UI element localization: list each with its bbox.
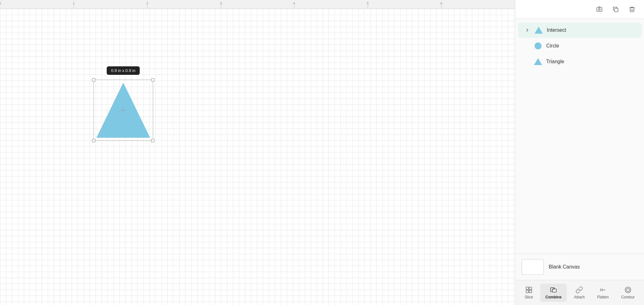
layer-circle[interactable]: Circle [518,38,641,53]
combine-label: Combine [545,295,561,299]
ruler-mark-0: 0 [0,2,1,5]
slice-label: Slice [525,295,533,299]
canvas-area[interactable]: 0 1 2 3 4 5 6 0.9 in x 0.9 in [0,0,515,305]
canvas-grid[interactable]: 0.9 in x 0.9 in [0,9,515,305]
handle-bottom-right[interactable] [151,139,154,142]
layer-intersect[interactable]: Intersect [518,23,641,38]
triangle-icon [534,57,542,66]
selected-shape[interactable]: 0.9 in x 0.9 in [93,80,153,141]
circle-icon [534,42,542,50]
selection-box [93,80,153,141]
ruler-mark-2: 2 [147,2,148,5]
svg-rect-7 [526,287,529,290]
slice-tool[interactable]: Slice [520,284,538,302]
attach-tool[interactable]: Attach [569,284,590,302]
svg-rect-3 [614,8,618,12]
svg-marker-6 [534,58,542,65]
contour-label: Contour [621,295,635,299]
ruler-mark-4: 4 [293,2,295,5]
handle-bottom-left[interactable] [92,139,95,142]
combine-tool[interactable]: Combine [540,284,566,302]
svg-point-5 [535,42,541,49]
blank-canvas-label: Blank Canvas [549,264,580,270]
handle-top-right[interactable] [151,78,154,81]
circle-label: Circle [546,43,559,49]
layer-triangle[interactable]: Triangle [518,54,641,69]
contour-tool[interactable]: Contour [616,284,640,302]
screenshot-button[interactable] [594,4,605,15]
svg-rect-10 [529,290,532,293]
duplicate-button[interactable] [610,4,621,15]
flatten-tool[interactable]: Flatten [592,284,614,302]
svg-rect-1 [597,7,602,11]
intersect-label: Intersect [547,27,566,33]
svg-point-13 [625,287,631,293]
svg-rect-8 [529,287,532,290]
ruler-mark-6: 6 [441,2,442,5]
svg-marker-4 [535,27,543,34]
handle-top-left[interactable] [92,78,95,81]
blank-canvas-preview [522,259,544,275]
svg-point-14 [626,288,630,291]
svg-rect-9 [526,290,529,293]
layers-panel[interactable]: Intersect Circle Triangle [515,19,644,254]
flatten-label: Flatten [597,295,609,299]
intersect-triangle-icon [534,26,543,35]
ruler-mark-1: 1 [73,2,75,5]
bottom-toolbar: Slice Combine Attach Flatten [515,280,644,305]
dimension-tooltip: 0.9 in x 0.9 in [107,66,140,75]
right-panel: Intersect Circle Triangle Blank Canvas [515,0,644,305]
expand-icon[interactable] [524,27,530,33]
ruler-top: 0 1 2 3 4 5 6 [0,0,515,9]
triangle-label: Triangle [546,59,564,64]
ruler-mark-3: 3 [220,2,222,5]
svg-point-2 [598,8,600,10]
ruler-mark-5: 5 [367,2,369,5]
delete-button[interactable] [626,4,638,15]
blank-canvas-section[interactable]: Blank Canvas [515,254,644,280]
top-toolbar [515,0,644,19]
attach-label: Attach [574,295,585,299]
